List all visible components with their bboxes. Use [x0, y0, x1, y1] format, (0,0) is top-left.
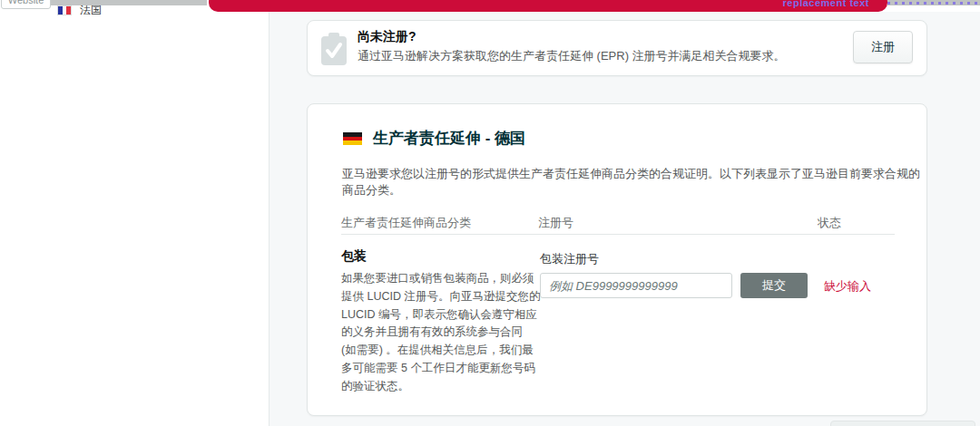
registration-number-input[interactable] [540, 273, 732, 298]
clipped-text-marks [887, 2, 980, 5]
website-tab[interactable]: Website [1, 0, 51, 9]
category-description: 如果您要进口或销售包装商品，则必须提供 LUCID 注册号。向亚马逊提交您的 L… [341, 270, 541, 395]
banner-clipped-label: replacement text [783, 0, 869, 8]
table-header-category: 生产者责任延伸商品分类 [341, 215, 471, 231]
epr-card-title: 生产者责任延伸 - 德国 [373, 128, 525, 149]
submit-button[interactable]: 提交 [740, 273, 808, 298]
register-card-description: 通过亚马逊解决方案获取您的生产者责任延伸 (EPR) 注册号并满足相关合规要求。 [358, 48, 786, 64]
category-name: 包装 [341, 248, 367, 265]
clipboard-check-icon [320, 33, 348, 71]
register-button[interactable]: 注册 [853, 31, 913, 63]
table-header-registration-number: 注册号 [538, 215, 573, 231]
register-card-title: 尚未注册? [358, 29, 416, 45]
epr-card-intro: 亚马逊要求您以注册号的形式提供生产者责任延伸商品分类的合规证明。以下列表显示了亚… [342, 166, 926, 198]
table-header-status: 状态 [818, 215, 841, 231]
register-card: 尚未注册? 通过亚马逊解决方案获取您的生产者责任延伸 (EPR) 注册号并满足相… [307, 20, 927, 76]
partially-visible-element-below [830, 421, 975, 426]
registration-number-label: 包装注册号 [540, 251, 599, 267]
france-flag-icon [57, 5, 72, 15]
top-bar-left-segment [51, 0, 207, 5]
top-bar-right-segment [887, 0, 980, 5]
page: Website replacement text 法国 尚未注册? 通过亚马逊解… [0, 0, 980, 426]
table-header-divider [341, 234, 895, 235]
highlight-banner: replacement text [209, 0, 887, 12]
website-tab-label: Website [8, 0, 44, 5]
status-badge: 缺少输入 [824, 278, 871, 295]
epr-germany-card: 生产者责任延伸 - 德国 亚马逊要求您以注册号的形式提供生产者责任延伸商品分类的… [307, 103, 927, 416]
germany-flag-icon [343, 132, 362, 145]
